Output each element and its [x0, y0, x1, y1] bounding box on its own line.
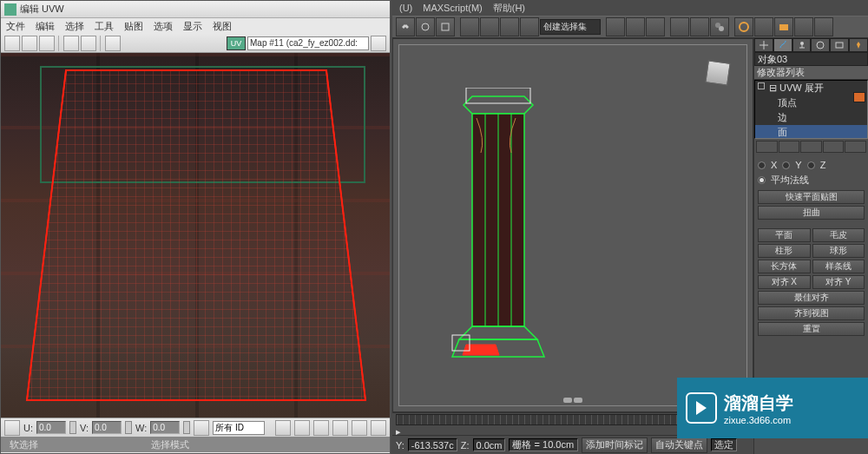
frame-icon[interactable] [352, 420, 367, 436]
curve-editor-button[interactable] [670, 17, 689, 36]
id-filter-dropdown[interactable] [213, 421, 265, 435]
pin-stack-button[interactable] [756, 141, 778, 153]
viewcube[interactable] [700, 56, 735, 91]
menu-view[interactable]: 视图 [213, 20, 232, 33]
menu-select[interactable]: 选择 [65, 20, 84, 33]
configure-button[interactable] [845, 141, 866, 153]
snap-button[interactable] [194, 420, 209, 436]
named-selection-dropdown[interactable] [540, 19, 601, 35]
axis-z-radio[interactable] [807, 161, 815, 169]
key-mode-dropdown[interactable]: 选定 [711, 438, 737, 451]
align-y-button[interactable]: 对齐 Y [812, 275, 865, 289]
menu-help[interactable]: 帮助(H) [493, 2, 525, 15]
w-spinner[interactable] [183, 421, 190, 434]
material-editor-button[interactable] [710, 17, 729, 36]
link-button[interactable] [396, 17, 415, 36]
hierarchy-tab[interactable] [792, 38, 812, 52]
box-map-button[interactable]: 长方体 [758, 260, 811, 273]
uvw-titlebar[interactable]: 编辑 UVW [1, 1, 390, 18]
uvw-viewport[interactable] [1, 53, 390, 418]
plane-map-button[interactable]: 平面 [758, 228, 811, 242]
twist-button[interactable]: 扭曲 [758, 206, 865, 220]
render-button[interactable] [774, 17, 793, 36]
rotate-tool-button[interactable] [22, 36, 37, 51]
render-frame-button[interactable] [754, 17, 773, 36]
best-align-button[interactable]: 最佳对齐 [758, 291, 865, 305]
auto-key-button[interactable]: 自动关键点 [651, 438, 707, 453]
y-coord-field[interactable]: -613.537c [408, 438, 457, 451]
menu-display[interactable]: 显示 [183, 20, 202, 33]
pillar-model[interactable] [450, 88, 546, 365]
render-setup-button[interactable] [734, 17, 753, 36]
create-tab[interactable] [754, 38, 773, 52]
make-unique-button[interactable] [800, 141, 822, 153]
v-spinner[interactable] [125, 421, 132, 434]
zoom-extents-icon[interactable] [332, 420, 348, 436]
map-dropdown[interactable] [247, 36, 369, 50]
modifier-stack[interactable]: ⊟ UVW 展开 顶点 边 面 ■ 可编辑多边形 [754, 80, 868, 139]
object-name-field[interactable]: 对象03 [754, 52, 868, 66]
uv-checker-toggle[interactable]: UV [227, 36, 246, 50]
grid-toggle[interactable] [520, 17, 539, 36]
w-field[interactable]: 0.0 [150, 421, 180, 434]
sphere-map-button[interactable]: 球形 [812, 244, 865, 258]
map-dropdown-arrow[interactable] [371, 36, 386, 51]
options-button[interactable] [105, 36, 121, 51]
align-x-button[interactable]: 对齐 X [758, 275, 811, 289]
mirror-tool-button[interactable] [81, 36, 96, 51]
menu-file[interactable]: 文件 [6, 20, 25, 33]
pelt-map-button[interactable]: 毛皮 [812, 228, 865, 242]
lock-icon[interactable] [4, 420, 20, 436]
cylinder-map-button[interactable]: 柱形 [758, 244, 811, 258]
menu-maxscript[interactable]: MAXScript(M) [423, 3, 482, 13]
max-menubar: (U) MAXScript(M) 帮助(H) [392, 0, 868, 16]
align-view-button[interactable]: 齐到视图 [758, 306, 865, 320]
display-tab[interactable] [830, 38, 849, 52]
render-last-button[interactable] [794, 17, 813, 36]
percent-button[interactable] [460, 17, 479, 36]
watermark-logo-icon [686, 392, 717, 424]
motion-tab[interactable] [811, 38, 830, 52]
render-region-button[interactable] [814, 17, 833, 36]
menu-u[interactable]: (U) [399, 3, 412, 13]
scale-tool-button[interactable] [39, 36, 55, 51]
uvw-title: 编辑 UVW [20, 3, 64, 16]
menu-mapping[interactable]: 贴图 [124, 20, 143, 33]
v-field[interactable]: 0.0 [92, 421, 122, 434]
axis-y-radio[interactable] [782, 161, 790, 169]
show-end-result-button[interactable] [779, 141, 800, 153]
menu-tools[interactable]: 工具 [95, 20, 114, 33]
reset-button[interactable]: 重置 [758, 322, 865, 336]
z-coord-field[interactable]: 0.0cm [473, 438, 506, 451]
u-field[interactable]: 0.0 [36, 421, 66, 434]
freeform-tool-button[interactable] [63, 36, 79, 51]
menu-options[interactable]: 选项 [154, 20, 173, 33]
schematic-button[interactable] [690, 17, 709, 36]
uv-selection-cage[interactable] [14, 66, 378, 409]
remove-mod-button[interactable] [823, 141, 845, 153]
modify-tab[interactable] [773, 38, 792, 52]
angle-snap-toggle[interactable] [500, 17, 519, 36]
layers-button[interactable] [646, 17, 665, 36]
viewport-resize-handles[interactable] [563, 398, 582, 403]
move-tool-button[interactable] [4, 36, 20, 51]
menu-edit[interactable]: 编辑 [36, 20, 55, 33]
mirror-button[interactable] [606, 17, 625, 36]
bind-button[interactable] [436, 17, 455, 36]
align-button[interactable] [626, 17, 645, 36]
options-icon[interactable] [371, 420, 386, 436]
unlink-button[interactable] [416, 17, 435, 36]
quick-planar-button[interactable]: 快速平面贴图 [758, 190, 865, 204]
u-spinner[interactable] [69, 421, 76, 434]
axis-x-radio[interactable] [758, 161, 766, 169]
viewport[interactable] [392, 38, 753, 412]
utilities-tab[interactable] [849, 38, 868, 52]
modifier-list-dropdown[interactable]: 修改器列表 [754, 66, 868, 80]
add-time-tag-button[interactable]: 添加时间标记 [582, 438, 648, 453]
snap-toggle[interactable] [480, 17, 499, 36]
spline-map-button[interactable]: 样条线 [812, 260, 865, 273]
zoom-region-icon[interactable] [313, 420, 329, 436]
avg-normals-radio[interactable] [758, 176, 766, 184]
zoom-icon[interactable] [294, 420, 310, 436]
pan-icon[interactable] [275, 420, 291, 436]
